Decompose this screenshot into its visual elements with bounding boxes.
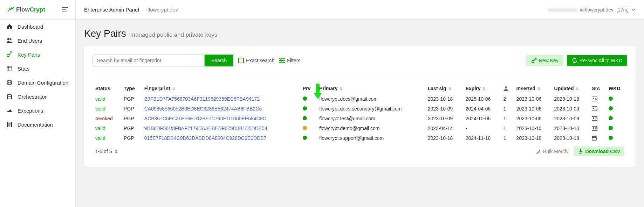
col-status[interactable]: Status bbox=[93, 84, 121, 94]
svg-rect-18 bbox=[592, 126, 597, 130]
sidebar-item-documentation[interactable]: Documentation bbox=[0, 117, 75, 131]
svg-point-9 bbox=[281, 62, 282, 63]
col-type[interactable]: Type bbox=[121, 84, 142, 94]
logo[interactable]: FlowCrypt bbox=[7, 6, 45, 13]
sidebar-item-end-users[interactable]: End Users bbox=[0, 34, 75, 48]
filters-button[interactable]: Filters bbox=[279, 58, 300, 63]
type-cell: PGP bbox=[121, 94, 142, 104]
fingerprint-link[interactable]: ACB367C6EC21EF6ED12BF7C790E1DD60EE584C9C bbox=[142, 114, 300, 123]
table-row[interactable]: validPGPB9FB1D7FA7568703A6F3119629359EC6… bbox=[93, 94, 627, 104]
search-button[interactable]: Search bbox=[205, 55, 233, 66]
table-row[interactable]: validPGP9DB6DF56D3FBAF2179DAAEBEDF625D0B… bbox=[93, 123, 627, 133]
fingerprint-link[interactable]: 9DB6DF56D3FBAF2179DAAEBEDF625D0B1D5DDE54 bbox=[142, 123, 300, 133]
updated-cell: 2023-10-18 bbox=[551, 133, 589, 143]
sort-icon: ⇅ bbox=[338, 87, 342, 91]
user-icon bbox=[503, 86, 508, 91]
type-cell: PGP bbox=[121, 123, 142, 133]
dot-icon bbox=[609, 126, 613, 130]
exact-search-checkbox[interactable]: Exact search bbox=[238, 58, 274, 63]
src-cell bbox=[589, 94, 606, 104]
page-title: Key Pairs bbox=[84, 28, 126, 39]
filters-icon bbox=[279, 58, 285, 63]
menu-toggle-icon[interactable] bbox=[62, 7, 68, 12]
resync-wkd-button[interactable]: Re-sync All to WKD bbox=[567, 55, 627, 66]
primary-cell: flowcrypt.test@gmail.com bbox=[316, 114, 425, 123]
sidebar-item-label: Documentation bbox=[18, 122, 53, 128]
status-cell: revoked bbox=[93, 114, 121, 123]
sidebar-item-label: Key Pairs bbox=[18, 52, 40, 58]
user-blurred: xxxxxxxxxxxx bbox=[548, 7, 577, 13]
svg-rect-3 bbox=[7, 66, 12, 71]
table-row[interactable]: validPGPCA09858566052B0ED8EC3236E562474A… bbox=[93, 104, 627, 114]
download-icon bbox=[578, 149, 583, 154]
col-primary[interactable]: Primary ⇅ bbox=[316, 84, 425, 94]
fingerprint-link[interactable]: CA09858566052B0ED8EC3236E562474AB6FBB2C6 bbox=[142, 104, 300, 114]
table-row[interactable]: revokedPGPACB367C6EC21EF6ED12BF7C790E1DD… bbox=[93, 114, 627, 123]
chevron-down-icon bbox=[631, 8, 636, 11]
svg-point-15 bbox=[593, 108, 594, 109]
sidebar-item-stats[interactable]: Stats bbox=[0, 62, 75, 76]
key-plus-icon bbox=[531, 58, 537, 63]
col-wkd[interactable]: WKD bbox=[606, 84, 627, 94]
type-cell: PGP bbox=[121, 104, 142, 114]
edit-icon bbox=[536, 149, 541, 154]
svg-point-7 bbox=[280, 58, 281, 59]
sidebar-item-label: Exceptions bbox=[18, 108, 43, 114]
users-cell: 1 bbox=[501, 104, 514, 114]
search-input[interactable] bbox=[93, 55, 205, 66]
col-lastsig[interactable]: Last sig ⇅ bbox=[425, 84, 463, 94]
expiry-cell: 2024-11-18 bbox=[463, 133, 501, 143]
col-src[interactable]: Src bbox=[589, 84, 606, 94]
user-suffix: @flowcrypt.dev bbox=[580, 7, 614, 13]
sort-icon: ⇅ bbox=[536, 87, 540, 91]
dot-icon bbox=[609, 136, 613, 140]
updated-cell: 2023-10-18 bbox=[551, 94, 589, 104]
svg-point-13 bbox=[593, 98, 594, 99]
page-number[interactable]: 1 bbox=[115, 149, 117, 154]
sidebar-item-key-pairs[interactable]: Key Pairs bbox=[0, 48, 75, 62]
col-users[interactable] bbox=[501, 84, 514, 94]
nav-icon bbox=[6, 107, 13, 114]
user-menu[interactable]: xxxxxxxxxxxx @flowcrypt.dev [17m] bbox=[548, 7, 636, 13]
dot-icon bbox=[303, 116, 307, 120]
dot-icon bbox=[303, 106, 307, 110]
col-inserted[interactable]: Inserted ⇅ bbox=[514, 84, 551, 94]
sync-icon bbox=[572, 58, 577, 63]
svg-rect-5 bbox=[7, 95, 12, 99]
sidebar-item-label: Dashboard bbox=[18, 24, 43, 30]
expiry-cell: 2025-10-06 bbox=[463, 94, 501, 104]
sidebar-item-dashboard[interactable]: Dashboard bbox=[0, 20, 75, 34]
wkd-cell bbox=[606, 94, 627, 104]
sidebar-item-domain-configuration[interactable]: Domain Configuration bbox=[0, 76, 75, 90]
wkd-cell bbox=[606, 133, 627, 143]
checkbox-icon bbox=[238, 58, 244, 63]
svg-point-1 bbox=[10, 38, 12, 40]
sidebar-item-exceptions[interactable]: Exceptions bbox=[0, 104, 75, 117]
nav-icon bbox=[6, 23, 13, 30]
fingerprint-link[interactable]: B9FB1D7FA7568703A6F3119629359EC6FBA94172 bbox=[142, 94, 300, 104]
updated-cell: 2023-10-09 bbox=[551, 114, 589, 123]
panel-title: Enterprise Admin Panel bbox=[84, 7, 139, 13]
dot-icon bbox=[609, 97, 613, 101]
table-row[interactable]: validPGP015E7F18DB4C9D63DABDD8A8204C928D… bbox=[93, 133, 627, 143]
col-expiry[interactable]: Expiry ⇅ bbox=[463, 84, 501, 94]
fingerprint-link[interactable]: 015E7F18DB4C9D63DABDD8A8204C928DC9E0DDB7 bbox=[142, 133, 300, 143]
session-time: [17m] bbox=[616, 7, 629, 13]
dot-icon bbox=[609, 116, 613, 120]
sidebar-item-orchestrator[interactable]: Orchestrator bbox=[0, 90, 75, 104]
expiry-cell: 2024-04-06 bbox=[463, 104, 501, 114]
sort-icon: ⇅ bbox=[171, 87, 175, 91]
wkd-cell bbox=[606, 104, 627, 114]
updated-cell: 2023-10-09 bbox=[551, 104, 589, 114]
col-fingerprint[interactable]: Fingerprint ⇅ bbox=[142, 84, 300, 94]
download-csv-button[interactable]: Download CSV bbox=[574, 147, 624, 156]
arrow-annotation bbox=[313, 84, 323, 101]
col-updated[interactable]: Updated ⇅ bbox=[551, 84, 589, 94]
inserted-cell: 2023-10-18 bbox=[514, 133, 551, 143]
new-key-button[interactable]: New Key bbox=[526, 55, 563, 66]
pagination-range: 1-5 of 5 1 bbox=[93, 143, 142, 158]
bulk-modify-button[interactable]: Bulk Modify bbox=[536, 149, 568, 154]
primary-cell: flowcrypt.docs.secondary@gmail.com bbox=[316, 104, 425, 114]
status-cell: valid bbox=[93, 123, 121, 133]
users-cell: 1 bbox=[501, 114, 514, 123]
